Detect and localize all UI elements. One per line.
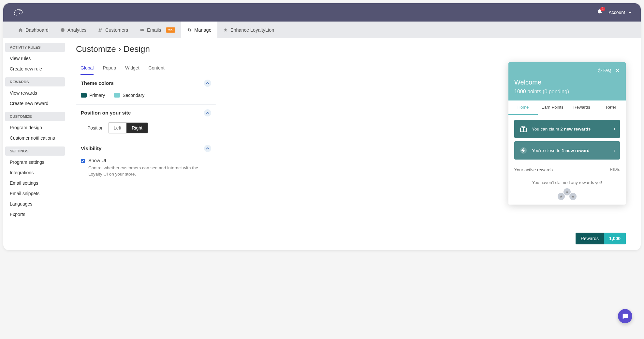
faq-icon <box>597 68 602 73</box>
nav-emails[interactable]: Emails trial <box>134 22 181 38</box>
tab-popup[interactable]: Popup <box>103 62 116 75</box>
gift-icon <box>519 124 528 133</box>
sidebar: ACTIVITY RULES View rules Create new rul… <box>3 38 67 250</box>
section-position: Position on your site Position Left Righ… <box>76 105 216 140</box>
nav-manage[interactable]: Manage <box>181 22 217 38</box>
sidebar-item-email-settings[interactable]: Email settings <box>3 178 67 188</box>
chevron-up-icon <box>206 147 209 150</box>
svg-point-2 <box>101 28 102 30</box>
sidebar-item-languages[interactable]: Languages <box>3 199 67 209</box>
svg-point-1 <box>99 28 101 30</box>
hide-button[interactable]: HIDE <box>610 167 620 172</box>
logo <box>12 6 24 19</box>
users-icon <box>98 28 103 32</box>
widget-welcome: Welcome <box>514 79 620 86</box>
cta-claim-rewards[interactable]: You can claim 2 new rewards › <box>514 120 620 138</box>
chevron-down-icon <box>628 11 632 14</box>
widget-tab-earn[interactable]: Earn Points <box>538 100 567 115</box>
gear-icon <box>187 28 192 32</box>
tab-widget[interactable]: Widget <box>125 62 139 75</box>
trial-badge: trial <box>166 27 176 33</box>
notification-badge: 1 <box>600 7 606 11</box>
sidebar-item-view-rewards[interactable]: View rewards <box>3 88 67 98</box>
sidebar-header-settings: SETTINGS <box>5 146 65 156</box>
chevron-up-icon <box>206 82 209 85</box>
sidebar-item-create-rule[interactable]: Create new rule <box>3 64 67 74</box>
section-theme-colors: Theme colors Primary <box>76 75 216 105</box>
collapse-button[interactable] <box>204 109 211 116</box>
chevron-up-icon <box>206 111 209 115</box>
sidebar-item-create-reward[interactable]: Create new reward <box>3 98 67 109</box>
preview-area: FAQ ✕ Welcome 1000 points (0 pending) Ho… <box>223 44 632 244</box>
sidebar-header-customize: CUSTOMIZE <box>5 112 65 121</box>
widget-tab-rewards[interactable]: Rewards <box>567 100 596 115</box>
sidebar-item-view-rules[interactable]: View rules <box>3 53 67 64</box>
chevron-right-icon: › <box>614 147 615 153</box>
chart-icon <box>60 28 65 32</box>
primary-color-picker[interactable]: Primary <box>81 93 105 98</box>
widget-tab-refer[interactable]: Refer <box>596 100 626 115</box>
topbar: 1 Account <box>3 3 641 22</box>
rewards-launcher[interactable]: Rewards 1,000 <box>576 233 626 244</box>
close-icon[interactable]: ✕ <box>615 67 620 74</box>
sidebar-item-exports[interactable]: Exports <box>3 209 67 220</box>
widget-points: 1000 points (0 pending) <box>514 89 620 95</box>
active-rewards-empty: You haven't claimed any rewards yet! <box>514 174 620 187</box>
position-segment: Left Right <box>108 122 148 133</box>
svg-rect-3 <box>140 28 144 31</box>
sidebar-item-program-settings[interactable]: Program settings <box>3 157 67 167</box>
config-tabs: Global Popup Widget Content <box>76 59 216 75</box>
mail-icon <box>140 28 144 32</box>
tab-content[interactable]: Content <box>149 62 165 75</box>
account-menu[interactable]: Account <box>608 10 632 15</box>
show-ui-checkbox[interactable] <box>81 159 85 163</box>
main-nav: Dashboard Analytics Customers Emails tri… <box>3 22 641 38</box>
sidebar-item-program-design[interactable]: Program design <box>3 122 67 133</box>
sidebar-item-email-snippets[interactable]: Email snippets <box>3 188 67 199</box>
reward-stars-placeholder: ★ ★ ★ <box>514 188 620 200</box>
show-ui-description: Control whether customers can see and in… <box>88 165 211 177</box>
position-left-button[interactable]: Left <box>109 123 126 133</box>
sidebar-header-activity-rules: ACTIVITY RULES <box>5 43 65 52</box>
primary-swatch <box>81 93 87 98</box>
sidebar-item-customer-notifications[interactable]: Customer notifications <box>3 133 67 143</box>
section-heading: Position on your site <box>81 110 131 116</box>
active-rewards-heading: Your active rewards <box>514 167 553 172</box>
bolt-icon <box>519 146 528 155</box>
nav-customers[interactable]: Customers <box>92 22 134 38</box>
collapse-button[interactable] <box>204 145 211 152</box>
faq-link[interactable]: FAQ <box>597 68 611 73</box>
nav-enhance[interactable]: Enhance LoyaltyLion <box>217 22 280 38</box>
position-label: Position <box>87 125 104 131</box>
nav-analytics[interactable]: Analytics <box>54 22 92 38</box>
star-icon <box>223 28 228 32</box>
sidebar-header-rewards: REWARDS <box>5 77 65 86</box>
notifications-button[interactable]: 1 <box>597 9 603 16</box>
sidebar-item-integrations[interactable]: Integrations <box>3 167 67 178</box>
show-ui-label: Show UI <box>88 158 211 163</box>
page-title: Customize › Design <box>76 44 216 54</box>
nav-dashboard[interactable]: Dashboard <box>12 22 54 38</box>
section-visibility: Visibility Show UI Control whether custo… <box>76 140 216 184</box>
widget-tab-home[interactable]: Home <box>508 100 538 115</box>
secondary-color-picker[interactable]: Secondary <box>114 93 144 98</box>
section-heading: Visibility <box>81 146 101 151</box>
collapse-button[interactable] <box>204 80 211 87</box>
position-right-button[interactable]: Right <box>126 123 148 133</box>
home-icon <box>18 28 23 32</box>
loyalty-widget-preview: FAQ ✕ Welcome 1000 points (0 pending) Ho… <box>508 62 626 205</box>
account-label: Account <box>608 10 625 15</box>
section-heading: Theme colors <box>81 80 114 86</box>
tab-global[interactable]: Global <box>80 62 94 75</box>
svg-point-0 <box>20 10 21 11</box>
cta-close-reward[interactable]: You're close to 1 new reward › <box>514 141 620 160</box>
secondary-swatch <box>114 93 120 98</box>
chevron-right-icon: › <box>614 126 615 132</box>
